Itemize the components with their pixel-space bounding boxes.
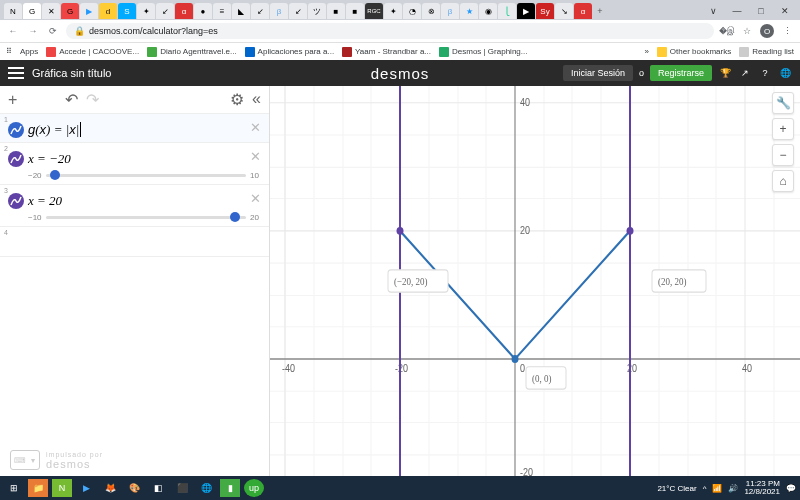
signup-button[interactable]: Registrarse (650, 65, 712, 81)
home-icon[interactable]: ⌂ (772, 170, 794, 192)
browser-tab[interactable]: ▶ (80, 3, 98, 19)
volume-icon[interactable]: 🔊 (728, 484, 738, 493)
login-button[interactable]: Iniciar Sesión (563, 65, 633, 81)
browser-tab[interactable]: ■ (346, 3, 364, 19)
taskbar-app[interactable]: 📁 (28, 479, 48, 497)
help-icon[interactable]: ? (758, 66, 772, 80)
bookmark-item[interactable]: Desmos | Graphing... (439, 47, 527, 57)
browser-tab[interactable]: ■ (327, 3, 345, 19)
weather-widget[interactable]: 21°C Clear (657, 484, 696, 493)
graph-title[interactable]: Gráfica sin título (32, 67, 111, 79)
window-close[interactable]: ✕ (774, 3, 796, 19)
close-icon[interactable]: ✕ (250, 191, 261, 206)
wifi-icon[interactable]: 📶 (712, 484, 722, 493)
browser-tab[interactable]: ● (194, 3, 212, 19)
address-bar[interactable]: 🔒 desmos.com/calculator?lang=es (66, 23, 714, 39)
share-icon[interactable]: �இ (720, 24, 734, 38)
browser-tab-active[interactable]: G (23, 3, 41, 19)
other-bookmarks[interactable]: Other bookmarks (657, 47, 731, 57)
browser-tab[interactable]: d (99, 3, 117, 19)
zoom-out-button[interactable]: − (772, 144, 794, 166)
reload-icon[interactable]: ⟳ (46, 24, 60, 38)
browser-tab[interactable]: Sy (536, 3, 554, 19)
browser-tab[interactable]: ↙ (156, 3, 174, 19)
browser-tab[interactable]: α (175, 3, 193, 19)
language-icon[interactable]: 🌐 (778, 66, 792, 80)
slider-track[interactable] (46, 216, 247, 219)
expression-color-icon[interactable] (8, 151, 24, 167)
browser-tab[interactable]: S (118, 3, 136, 19)
browser-tab[interactable]: ⊗ (422, 3, 440, 19)
taskbar-app[interactable]: ⬛ (172, 479, 192, 497)
browser-tab[interactable]: ◣ (232, 3, 250, 19)
browser-tab[interactable]: N (4, 3, 22, 19)
slider-max[interactable]: 10 (250, 171, 259, 180)
star-icon[interactable]: ☆ (740, 24, 754, 38)
close-icon[interactable]: ✕ (250, 149, 261, 164)
browser-tab[interactable]: ✦ (384, 3, 402, 19)
browser-tab[interactable]: RGC (365, 3, 383, 19)
close-icon[interactable]: ✕ (250, 120, 261, 135)
browser-tab[interactable]: ↙ (289, 3, 307, 19)
browser-tab[interactable]: ◉ (479, 3, 497, 19)
notifications-icon[interactable]: 💬 (786, 484, 796, 493)
tray-chevron-icon[interactable]: ^ (703, 484, 707, 493)
forward-icon[interactable]: → (26, 24, 40, 38)
expression-color-icon[interactable] (8, 122, 24, 138)
expression-formula[interactable]: x = 20 (28, 193, 259, 209)
window-maximize[interactable]: □ (750, 3, 772, 19)
browser-tab[interactable]: ↘ (555, 3, 573, 19)
bookmark-item[interactable]: Aplicaciones para a... (245, 47, 335, 57)
system-clock[interactable]: 11:23 PM 12/8/2021 (744, 480, 780, 496)
add-expression-button[interactable]: + (8, 91, 17, 109)
browser-tab[interactable]: α (574, 3, 592, 19)
expression-item[interactable]: 2 ✕ x = −20 −20 10 (0, 143, 269, 185)
browser-tab[interactable]: ✦ (137, 3, 155, 19)
settings-icon[interactable]: ⚙ (230, 90, 244, 109)
profile-avatar[interactable]: O (760, 24, 774, 38)
expression-color-icon[interactable] (8, 193, 24, 209)
browser-tab[interactable]: ツ (308, 3, 326, 19)
menu-icon[interactable] (8, 67, 24, 79)
window-minimize[interactable]: — (726, 3, 748, 19)
zoom-in-button[interactable]: + (772, 118, 794, 140)
collapse-icon[interactable]: « (252, 90, 261, 109)
bookmark-item[interactable]: Accede | CACOOVE... (46, 47, 139, 57)
bookmark-item[interactable]: Yaam - Strandbar a... (342, 47, 431, 57)
menu-icon[interactable]: ⋮ (780, 24, 794, 38)
taskbar-app[interactable]: 🌐 (196, 479, 216, 497)
back-icon[interactable]: ← (6, 24, 20, 38)
browser-tab[interactable]: β (441, 3, 459, 19)
taskbar-app[interactable]: ◧ (148, 479, 168, 497)
redo-icon[interactable]: ↷ (86, 90, 99, 109)
expression-item-empty[interactable]: 4 (0, 227, 269, 257)
taskbar-app[interactable]: ▮ (220, 479, 240, 497)
expression-formula[interactable]: g(x) = |x| (28, 122, 259, 138)
apps-label[interactable]: Apps (20, 47, 38, 56)
browser-tab[interactable]: ◔ (403, 3, 421, 19)
slider-track[interactable] (46, 174, 247, 177)
browser-tab[interactable]: ★ (460, 3, 478, 19)
browser-tab[interactable]: ↙ (251, 3, 269, 19)
expression-item[interactable]: 3 ✕ x = 20 −10 20 (0, 185, 269, 227)
browser-tab[interactable]: ⎩ (498, 3, 516, 19)
slider-min[interactable]: −20 (28, 171, 42, 180)
taskbar-app[interactable]: ▶ (76, 479, 96, 497)
trophy-icon[interactable]: 🏆 (718, 66, 732, 80)
wrench-icon[interactable]: 🔧 (772, 92, 794, 114)
graph-canvas[interactable]: -40 -20 0 20 40 20 40 -20 (−20, 20) (20,… (270, 86, 800, 476)
new-tab-button[interactable]: + (593, 4, 607, 18)
browser-tab[interactable]: ▶ (517, 3, 535, 19)
bookmark-overflow[interactable]: » (644, 47, 648, 56)
expression-formula[interactable]: x = −20 (28, 151, 259, 167)
taskbar-app[interactable]: up (244, 479, 264, 497)
taskbar-app[interactable]: 🦊 (100, 479, 120, 497)
expression-item[interactable]: 1 ✕ g(x) = |x| (0, 114, 269, 143)
slider-min[interactable]: −10 (28, 213, 42, 222)
browser-tab[interactable]: ✕ (42, 3, 60, 19)
undo-icon[interactable]: ↶ (65, 90, 78, 109)
apps-icon[interactable]: ⠿ (6, 47, 12, 56)
share-icon[interactable]: ↗ (738, 66, 752, 80)
browser-tab[interactable]: β (270, 3, 288, 19)
taskbar-app[interactable]: N (52, 479, 72, 497)
